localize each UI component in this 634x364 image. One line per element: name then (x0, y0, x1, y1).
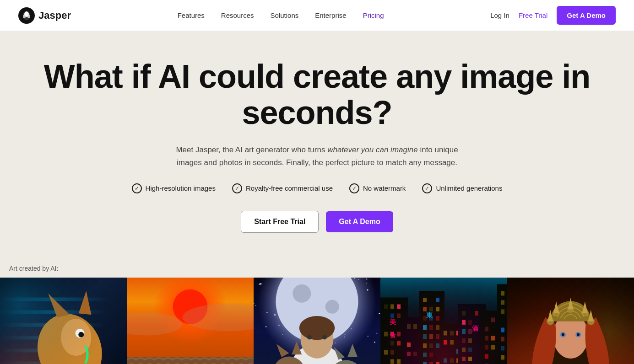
nav-enterprise[interactable]: Enterprise (315, 11, 346, 19)
feature-high-res-label: High-resolution images (146, 184, 216, 192)
check-icon-4 (422, 183, 432, 193)
hero-subtitle: Meet Jasper, the AI art generator who tu… (175, 144, 459, 168)
art-canvas-viking (507, 278, 634, 364)
login-button[interactable]: Log In (490, 11, 509, 19)
get-demo-nav-button[interactable]: Get A Demo (557, 6, 616, 25)
get-demo-hero-button[interactable]: Get A Demo (326, 211, 393, 232)
nav-pricing[interactable]: Pricing (363, 11, 384, 19)
feature-royalty-free: Royalty-free commercial use (232, 183, 333, 193)
feature-unlimited-label: Unlimited generations (436, 184, 502, 192)
art-section: Art created by AI: (0, 256, 634, 364)
art-canvas-cats (254, 278, 380, 364)
art-canvas-sunset (127, 278, 254, 364)
nav-solutions[interactable]: Solutions (271, 11, 299, 19)
check-icon-3 (349, 183, 359, 193)
svg-point-2 (23, 15, 26, 18)
art-item-sunset (127, 278, 254, 364)
svg-point-3 (27, 15, 30, 18)
free-trial-nav-button[interactable]: Free Trial (519, 11, 547, 19)
start-free-trial-button[interactable]: Start Free Trial (241, 211, 319, 233)
art-item-city (380, 278, 507, 364)
art-item-cats (254, 278, 380, 364)
feature-unlimited: Unlimited generations (422, 183, 502, 193)
navbar: Jasper Features Resources Solutions Ente… (0, 0, 634, 31)
feature-no-watermark: No watermark (349, 183, 406, 193)
hero-subtitle-plain1: Meet Jasper, the AI art generator who tu… (176, 145, 327, 154)
hero-cta-buttons: Start Free Trial Get A Demo (18, 211, 616, 233)
nav-actions: Log In Free Trial Get A Demo (490, 6, 616, 25)
art-item-viking (507, 278, 634, 364)
hero-section: What if AI could create any image in sec… (0, 31, 634, 256)
art-canvas-city (380, 278, 507, 364)
feature-high-res: High-resolution images (132, 183, 216, 193)
logo[interactable]: Jasper (18, 7, 71, 24)
feature-no-watermark-label: No watermark (363, 184, 406, 192)
nav-links: Features Resources Solutions Enterprise … (178, 11, 384, 19)
art-item-corgi (0, 278, 127, 364)
hero-features-list: High-resolution images Royalty-free comm… (18, 183, 616, 193)
jasper-logo-icon (18, 7, 35, 24)
check-icon-1 (132, 183, 142, 193)
art-grid (0, 278, 634, 364)
hero-subtitle-italic: whatever you can imagine (327, 145, 418, 154)
feature-royalty-free-label: Royalty-free commercial use (246, 184, 333, 192)
art-section-label: Art created by AI: (0, 265, 634, 278)
art-canvas-corgi (0, 278, 127, 364)
check-icon-2 (232, 183, 242, 193)
nav-resources[interactable]: Resources (221, 11, 254, 19)
hero-title: What if AI could create any image in sec… (20, 59, 615, 131)
nav-features[interactable]: Features (178, 11, 205, 19)
logo-text: Jasper (38, 10, 71, 21)
